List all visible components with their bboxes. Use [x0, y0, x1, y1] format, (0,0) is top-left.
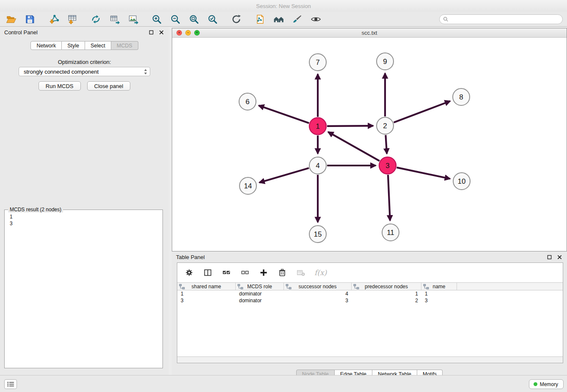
network-canvas[interactable]: 7968124314101511 — [172, 38, 567, 251]
edge-2-8[interactable] — [394, 101, 450, 122]
svg-text:15: 15 — [314, 230, 322, 238]
node-11[interactable]: 11 — [382, 224, 399, 241]
cell-mcds-role: dominator — [236, 291, 284, 297]
float-table-panel-icon[interactable] — [546, 254, 553, 260]
style-brush-icon[interactable] — [291, 13, 303, 25]
zoom-out-icon[interactable] — [169, 13, 181, 25]
zoom-window-button[interactable]: + — [194, 30, 200, 36]
table-horizontal-scrollbar[interactable] — [177, 356, 563, 363]
float-panel-icon[interactable] — [148, 29, 154, 36]
edge-3-10[interactable] — [397, 168, 450, 179]
node-2[interactable]: 2 — [377, 117, 394, 134]
edge-4-14[interactable] — [259, 168, 309, 182]
node-6[interactable]: 6 — [239, 93, 256, 110]
mcds-result-list: 13 — [5, 210, 162, 230]
network-canvas-area[interactable]: 7968124314101511 — [172, 38, 567, 251]
column-label: predecessor nodes — [365, 284, 408, 290]
network-window-titlebar[interactable]: ×−+ scc.txt — [172, 28, 567, 38]
column-label: MCDS role — [247, 284, 272, 290]
import-table-icon[interactable] — [66, 13, 78, 25]
node-14[interactable]: 14 — [239, 177, 256, 194]
svg-text:2: 2 — [383, 122, 387, 130]
delete-table-icon[interactable] — [296, 268, 306, 278]
save-session-icon[interactable] — [24, 13, 36, 25]
node-1[interactable]: 1 — [309, 118, 326, 135]
node-7[interactable]: 7 — [309, 54, 326, 71]
tab-select[interactable]: Select — [85, 41, 111, 50]
deselect-all-rows-icon[interactable] — [240, 268, 250, 278]
column-header-successor-nodes[interactable]: successor nodes — [284, 283, 352, 290]
svg-text:3: 3 — [385, 162, 389, 170]
node-4[interactable]: 4 — [309, 157, 326, 174]
svg-text:4: 4 — [316, 162, 319, 170]
toolbar-group — [5, 13, 36, 25]
close-panel-button[interactable]: Close panel — [87, 81, 131, 91]
node-15[interactable]: 15 — [309, 226, 326, 243]
import-network-icon[interactable] — [47, 13, 59, 25]
column-label: successor nodes — [298, 284, 336, 290]
edge-1-6[interactable] — [259, 105, 309, 123]
node-table-container: f(x) shared nameMCDS rolesuccessor nodes… — [177, 262, 563, 363]
column-header-shared-name[interactable]: shared name — [177, 283, 236, 290]
zoom-in-icon[interactable] — [151, 13, 162, 25]
close-panel-icon[interactable] — [158, 29, 165, 36]
control-panel: Control Panel NetworkStyleSelectMCDS Opt… — [0, 27, 169, 375]
show-columns-icon[interactable] — [203, 268, 213, 278]
node-9[interactable]: 9 — [377, 53, 394, 70]
edge-1-2[interactable] — [327, 126, 373, 126]
close-table-panel-icon[interactable] — [556, 254, 563, 260]
function-builder-icon[interactable]: f(x) — [314, 268, 327, 278]
node-table-body: 1dominator4113dominator323 — [177, 290, 563, 304]
table-toolbar: f(x) — [177, 263, 563, 282]
export-network-icon[interactable] — [90, 13, 102, 25]
svg-text:10: 10 — [458, 177, 466, 185]
zoom-fit-icon[interactable] — [188, 13, 200, 25]
toolbar-group — [90, 13, 139, 25]
column-header-mcds-role[interactable]: MCDS role — [236, 283, 284, 290]
edge-2-3[interactable] — [385, 135, 387, 154]
add-column-icon[interactable] — [259, 268, 269, 278]
mcds-result-item: 1 — [10, 213, 157, 220]
edge-3-1[interactable] — [328, 132, 379, 161]
settings-gear-icon[interactable] — [184, 268, 194, 278]
node-10[interactable]: 10 — [453, 173, 470, 190]
tab-network[interactable]: Network — [30, 41, 62, 50]
edge-3-11[interactable] — [388, 175, 390, 221]
tab-style[interactable]: Style — [62, 41, 85, 50]
table-row[interactable]: 3dominator323 — [177, 297, 563, 304]
mcds-result-box: MCDS result (2 nodes) 13 — [4, 210, 163, 368]
tab-mcds[interactable]: MCDS — [111, 41, 138, 50]
zoom-selected-icon[interactable] — [206, 13, 218, 25]
toolbar-group — [230, 13, 242, 25]
window-controls: ×−+ — [176, 30, 200, 36]
cell-predecessor-nodes: 1 — [352, 291, 421, 297]
column-label: name — [432, 284, 445, 290]
memory-button[interactable]: Memory — [529, 379, 564, 389]
run-mcds-button[interactable]: Run MCDS — [39, 81, 81, 91]
select-all-rows-icon[interactable] — [221, 268, 231, 278]
node-8[interactable]: 8 — [453, 88, 470, 105]
export-table-icon[interactable] — [108, 13, 120, 25]
search-input[interactable] — [451, 17, 559, 22]
column-header-name[interactable]: name — [421, 283, 457, 290]
minimize-symbol: − — [187, 31, 189, 35]
export-image-icon[interactable] — [127, 13, 139, 25]
network-from-selection-icon[interactable] — [254, 13, 266, 25]
open-session-icon[interactable] — [5, 13, 17, 25]
eye-icon[interactable] — [310, 13, 322, 25]
task-history-button[interactable] — [4, 379, 17, 389]
analyzer-icon[interactable] — [272, 13, 284, 25]
optimization-criterion-select[interactable]: strongly connected component — [19, 67, 150, 76]
minimize-window-button[interactable]: − — [185, 30, 191, 36]
delete-column-icon[interactable] — [277, 268, 287, 278]
close-window-button[interactable]: × — [176, 30, 182, 36]
table-row[interactable]: 1dominator411 — [177, 290, 563, 297]
node-3[interactable]: 3 — [379, 157, 396, 174]
apply-layout-icon[interactable] — [230, 13, 242, 25]
column-header-predecessor-nodes[interactable]: predecessor nodes — [352, 283, 421, 290]
select-arrows-icon — [143, 68, 148, 75]
cell-name: 1 — [421, 291, 457, 297]
cell-successor-nodes: 4 — [284, 291, 352, 297]
status-bar: Memory — [0, 375, 567, 392]
search-box[interactable] — [439, 14, 563, 24]
